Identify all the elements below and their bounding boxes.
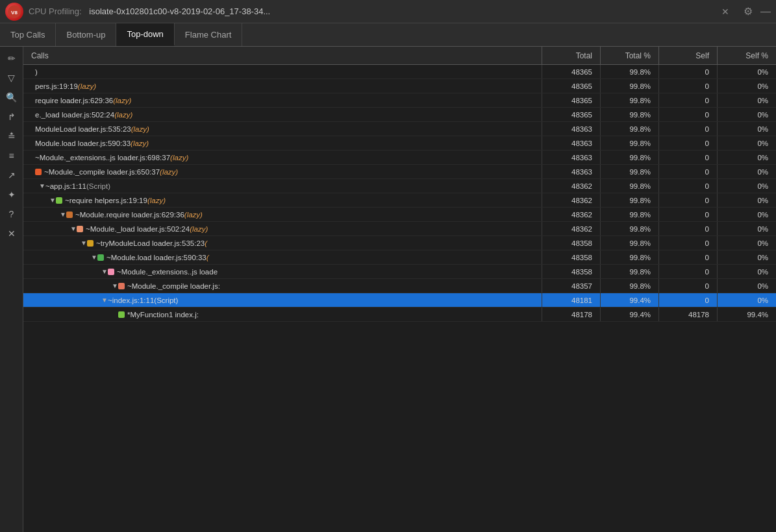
cell-total: 48178 <box>542 308 601 321</box>
function-name: ~Module._extensions..js loader.js:698:37 <box>35 154 170 162</box>
cell-self_pct: 0% <box>718 236 776 250</box>
cell-self_pct: 0% <box>718 222 776 236</box>
cell-name: ▼~app.js:1:11(Script) <box>23 179 542 193</box>
expand-triangle[interactable]: ▼ <box>81 239 87 247</box>
lazy-tag: (lazy) <box>184 211 203 219</box>
cell-self: 0 <box>659 136 718 150</box>
cell-self_pct: 0% <box>718 93 776 107</box>
cell-self: 0 <box>659 193 718 207</box>
cell-self_pct: 0% <box>718 79 776 93</box>
tab-bottom-up[interactable]: Bottom-up <box>56 23 116 46</box>
table-row[interactable]: *MyFunction1 index.j:4817899.4%4817899.4… <box>23 308 776 322</box>
expand-triangle[interactable]: ▼ <box>39 182 45 189</box>
tabs-row: Top Calls Bottom-up Top-down Flame Chart <box>0 23 776 47</box>
sort-asc-tool[interactable]: ≛ <box>3 127 21 145</box>
function-color-indicator <box>118 311 125 318</box>
close-tool[interactable]: ✕ <box>3 224 21 243</box>
cell-total: 48365 <box>542 65 601 79</box>
table-row[interactable]: ~Module._compile loader.js:650:37 (lazy)… <box>23 165 776 179</box>
cell-total: 48181 <box>542 293 601 307</box>
cell-total_pct: 99.8% <box>601 208 659 221</box>
expand-triangle[interactable]: ▼ <box>112 282 118 289</box>
table-row[interactable]: ▼~Module._compile loader.js:4835799.8%00… <box>23 279 776 293</box>
cell-self_pct: 0% <box>718 279 776 293</box>
tab-top-calls[interactable]: Top Calls <box>0 23 56 46</box>
cell-total_pct: 99.8% <box>601 151 659 164</box>
share-tool[interactable]: ↗ <box>3 166 21 184</box>
table-row[interactable]: ▼~Module._load loader.js:502:24 (lazy)48… <box>23 222 776 236</box>
expand-triangle[interactable]: ▼ <box>91 254 97 261</box>
expand-triangle[interactable]: ▼ <box>49 197 56 204</box>
table-row[interactable]: e._load loader.js:502:24 (lazy)4836599.8… <box>23 108 776 122</box>
function-color-indicator <box>108 269 114 275</box>
table-row[interactable]: ▼~require helpers.js:19:19 (lazy)4836299… <box>23 193 776 208</box>
cell-name: ▼~Module.load loader.js:590:33 ( <box>23 250 542 264</box>
pin-tool[interactable]: ✦ <box>3 186 21 204</box>
function-name: ~Module._extensions..js loade <box>117 268 218 276</box>
minimize-icon[interactable]: — <box>760 6 771 18</box>
cell-name: pers.js:19:19 (lazy) <box>23 79 542 93</box>
search-tool[interactable]: 🔍 <box>3 88 21 106</box>
cell-total_pct: 99.4% <box>601 293 659 307</box>
cell-total_pct: 99.4% <box>601 308 659 321</box>
cell-total_pct: 99.8% <box>601 279 659 293</box>
expand-triangle[interactable]: ▼ <box>70 225 77 232</box>
cell-self_pct: 0% <box>718 151 776 164</box>
expand-triangle[interactable]: ▼ <box>101 268 108 275</box>
cell-total_pct: 99.8% <box>601 108 659 121</box>
table-row[interactable]: ModuleLoad loader.js:535:23 (lazy)483639… <box>23 122 776 136</box>
pencil-tool[interactable]: ✏ <box>3 49 21 67</box>
cell-total: 48358 <box>542 265 601 278</box>
table-row[interactable]: require loader.js:629:36 (lazy)4836599.8… <box>23 93 776 108</box>
cell-name: ▼~Module._compile loader.js: <box>23 279 542 293</box>
tab-flame-chart[interactable]: Flame Chart <box>175 23 243 46</box>
tab-top-down[interactable]: Top-down <box>116 23 174 46</box>
cell-total_pct: 99.8% <box>601 222 659 236</box>
table-row[interactable]: ▼~index.js:1:11(Script)4818199.4%00% <box>23 293 776 308</box>
table-row[interactable]: ▼~Module._extensions..js loade4835899.8%… <box>23 265 776 279</box>
cell-self: 0 <box>659 165 718 178</box>
close-button[interactable]: ✕ <box>718 5 733 18</box>
cell-self: 0 <box>659 122 718 136</box>
settings-icon[interactable]: ⚙ <box>744 5 753 18</box>
cell-total_pct: 99.8% <box>601 165 659 178</box>
cell-self: 48178 <box>659 308 718 321</box>
script-tag: (Script) <box>154 296 178 304</box>
lazy-tag: (lazy) <box>114 111 132 119</box>
cell-total: 48362 <box>542 179 601 193</box>
cell-self: 0 <box>659 250 718 264</box>
table-row[interactable]: pers.js:19:19 (lazy)4836599.8%00% <box>23 79 776 93</box>
function-color-indicator <box>118 283 125 289</box>
table-row[interactable]: ▼~Module.require loader.js:629:36 (lazy)… <box>23 208 776 222</box>
lazy-tag: (lazy) <box>131 139 149 147</box>
expand-triangle[interactable]: ▼ <box>101 296 108 304</box>
cell-total_pct: 99.8% <box>601 265 659 278</box>
table-row[interactable]: Module.load loader.js:590:33 (lazy)48363… <box>23 136 776 151</box>
table-body[interactable]: )4836599.8%00% pers.js:19:19 (lazy)48365… <box>23 65 776 532</box>
function-name: ~Module._load loader.js:502:24 <box>86 225 190 233</box>
cell-total_pct: 99.8% <box>601 122 659 136</box>
cell-total: 48363 <box>542 151 601 164</box>
cell-self_pct: 0% <box>718 165 776 178</box>
expand-triangle[interactable]: ▼ <box>60 211 66 218</box>
table-row[interactable]: ▼~Module.load loader.js:590:33 (4835899.… <box>23 250 776 265</box>
help-tool[interactable]: ? <box>3 205 21 223</box>
function-color-indicator <box>66 212 73 218</box>
filter-tool[interactable]: ▽ <box>3 69 21 87</box>
table-row[interactable]: )4836599.8%00% <box>23 65 776 79</box>
sort-desc-tool[interactable]: ≡ <box>3 147 21 165</box>
table-header: Calls Total Total % Self Self % <box>23 47 776 65</box>
cell-total: 48365 <box>542 79 601 93</box>
table-row[interactable]: ▼~tryModuleLoad loader.js:535:23 (483589… <box>23 236 776 250</box>
cell-self: 0 <box>659 265 718 278</box>
table-row[interactable]: ▼~app.js:1:11(Script)4836299.8%00% <box>23 179 776 193</box>
cell-total: 48365 <box>542 93 601 107</box>
cell-self: 0 <box>659 65 718 79</box>
function-name: ~Module.load loader.js:590:33 <box>106 254 207 261</box>
cell-self_pct: 0% <box>718 293 776 307</box>
app-logo: V8 <box>5 3 23 21</box>
cell-total_pct: 99.8% <box>601 93 659 107</box>
export-tool[interactable]: ↱ <box>3 108 21 126</box>
table-row[interactable]: ~Module._extensions..js loader.js:698:37… <box>23 151 776 165</box>
cell-self_pct: 0% <box>718 193 776 207</box>
